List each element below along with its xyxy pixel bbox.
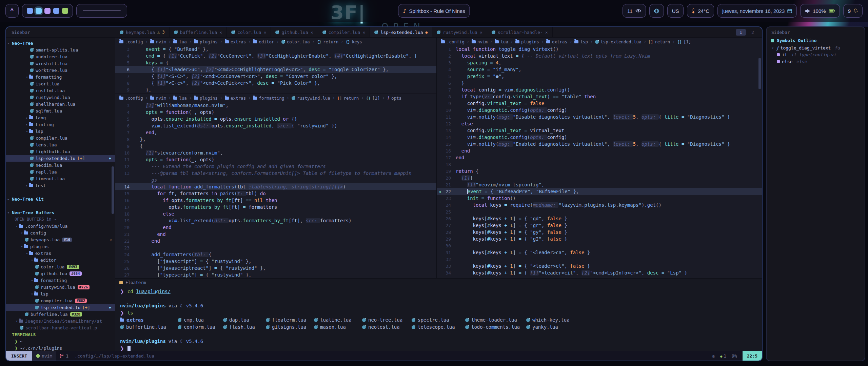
code-line-7[interactable]: 7 local config = vim.diagnostic.config() — [437, 86, 762, 93]
tabpage-2[interactable]: 2 — [748, 29, 758, 36]
tree-item-winshift-lua[interactable]: winshift.lua — [6, 60, 115, 67]
code-line-20[interactable]: 20 end — [115, 224, 436, 231]
breadcrumb-segment[interactable]: nvim — [472, 39, 488, 44]
code-line-33[interactable]: 33 keys[#keys + 1] = { "<leader>cl", fal… — [437, 263, 762, 269]
breadcrumb-segment[interactable]: ƒopts — [387, 96, 401, 101]
code-line-21[interactable]: 21 [1]"neovim/nvim-lspconfig", — [437, 181, 762, 188]
dock-app-icon-1[interactable] — [27, 8, 33, 14]
code-line-34[interactable]: 34 keys[#keys + 1] = { [1]"<leader>cil",… — [437, 269, 762, 276]
tree-item-keymaps-lua[interactable]: keymaps.lua#10⚠ — [6, 236, 115, 243]
audio-battery-widget[interactable]: 100% — [800, 4, 840, 18]
code-line-6[interactable]: 6 vim.list_extend(dst: opts.ensure_insta… — [115, 122, 436, 129]
tree-item-formatting[interactable]: ▾formatting — [6, 277, 115, 284]
breadcrumb-segment[interactable]: plugins — [515, 39, 539, 44]
tree-item-formatting[interactable]: ▾formatting — [6, 74, 115, 80]
dock-app-icon-2[interactable] — [36, 8, 42, 14]
code-line-9[interactable]: 9 { — [115, 143, 436, 149]
code-line-27[interactable]: 27 ["typescript"] = { "rustywind" }, — [115, 271, 436, 278]
keyboard-layout-widget[interactable]: US — [667, 4, 684, 18]
breadcrumb-segment[interactable]: nvim — [150, 96, 166, 101]
code-line-14[interactable]: 14 local function add_formatters(tbl :ta… — [115, 183, 436, 190]
code-line-24[interactable]: 24 add_formatters(tbl: { — [115, 251, 436, 258]
tree-item-linting[interactable]: ▸linting — [6, 121, 115, 128]
scrollbar-handle[interactable] — [758, 58, 761, 89]
close-icon[interactable]: × — [363, 30, 366, 35]
breadcrumb-segment[interactable]: {}[1] — [677, 39, 691, 44]
code-line-22[interactable]: ◆22 event = { "BufReadPre", "BufNewFile"… — [437, 188, 762, 195]
tree-item--c-n-l-plugins[interactable]: ❯~/.c/n/l/plugins#3980 — [6, 345, 115, 351]
code-line-10[interactable]: 10 vim.diagnostic.config(opts: config) — [437, 107, 762, 114]
tree-item-lightbulb-lua[interactable]: lightbulb.lua — [6, 148, 115, 155]
close-icon[interactable]: × — [545, 30, 548, 35]
tree-item-undotree-lua[interactable]: undotree.lua — [6, 53, 115, 60]
code-line-17[interactable]: 17 opts.formatters_by_ft[ft] = formatter… — [115, 204, 436, 210]
code-line-32[interactable]: 32 — [437, 256, 762, 263]
neotree-scrollbar-handle[interactable] — [112, 166, 114, 214]
bar-input[interactable] — [76, 4, 127, 18]
tree-item-github-lua[interactable]: github.lua#654 — [6, 270, 115, 277]
tree-item-scrollbar-handle-vertical-p[interactable]: scrollbar-handle-vertical.p — [6, 324, 115, 331]
code-line-10[interactable]: 10 [1]"stevearc/conform.nvim", — [115, 149, 436, 156]
code-line-19[interactable]: 19 vim.list_extend(dst: opts.formatters_… — [115, 217, 436, 224]
tree-item-lsp-extended-lu[interactable]: lsp-extended.lu[+]● — [6, 304, 115, 311]
code-line-31[interactable]: 31 keys[#keys + 1] = { "<leader>ca", fal… — [437, 249, 762, 256]
media-widget[interactable]: ♪ Spiritbox - Rule Of Nines — [398, 4, 470, 18]
tree-item--config-nvim-lua[interactable]: ▾.config/nvim/lua — [6, 223, 115, 229]
tree-item-lang[interactable]: ▸lang — [6, 114, 115, 121]
tab-keymaps-lua[interactable]: keymaps.lua⚠ 3 — [115, 27, 170, 37]
breadcrumb-segment[interactable]: {}[2] — [366, 96, 380, 101]
code-line-19[interactable]: 19return { — [437, 168, 762, 175]
code-line-5[interactable]: 5 opts.ensure_installed = opts.ensure_in… — [115, 116, 436, 122]
code-line-7[interactable]: 7 end, — [115, 129, 436, 136]
outline-item-if[interactable]: ifif type(config.vi — [767, 51, 865, 58]
code-line-25[interactable]: 25 — [437, 208, 762, 215]
dock-app-icon-5[interactable] — [62, 8, 68, 14]
code-line-3[interactable]: 3 event = { "BufRead" }, — [115, 46, 436, 53]
neotree-section-neo-tree[interactable]: ▾Neo-Tree — [6, 40, 115, 46]
tab-compiler-lua[interactable]: compiler.lua× — [318, 27, 370, 37]
tree-item-compiler-lua[interactable]: compiler.lua#682 — [6, 297, 115, 304]
tree-item-OPEN-BUFFERS-in-[interactable]: OPEN BUFFERS in ~ — [6, 216, 115, 223]
code-line-9[interactable]: 9 config.virtual_text = false — [437, 100, 762, 107]
close-icon[interactable]: × — [480, 30, 482, 35]
code-line-23[interactable]: 23 — [115, 244, 436, 251]
code-line-6[interactable]: 6 } — [437, 80, 762, 86]
tree-item--[interactable]: ❯~#2859 — [6, 338, 115, 345]
code-line-26[interactable]: 26 ["javascriptreact"] = { "rustywind" }… — [115, 265, 436, 271]
tree-item-rustywind-lua[interactable]: rustywind.lua#726 — [6, 284, 115, 290]
code-line-15[interactable]: 15 vim.notify(msg: "Enabled diagnostics … — [437, 141, 762, 147]
tree-item-editor[interactable]: ▾editor — [6, 257, 115, 263]
tree-item-sqlfmt-lua[interactable]: sqlfmt.lua — [6, 107, 115, 114]
terminal-output[interactable]: ❯cdlua/plugins/nvim/lua/pluginsvia☾v5.4.… — [115, 287, 762, 351]
tree-item-lsp-extended-lu[interactable]: lsp-extended.lu[+]● — [6, 155, 115, 162]
code-line-13[interactable]: 13 config.virtual_text = virtual_text — [437, 127, 762, 134]
code-line-28[interactable]: 28 keys[#keys + 1] = { "gy", false } — [437, 229, 762, 236]
code-line-8[interactable]: 8 if type(v: config.virtual_text) == "ta… — [437, 93, 762, 100]
weather-widget[interactable]: 24°C — [687, 4, 714, 18]
tree-item-bufferline-lua[interactable]: bufferline.lua#328 — [6, 311, 115, 318]
tree-item-compiler-lua[interactable]: compiler.lua — [6, 135, 115, 141]
outline-item-else[interactable]: elseelse — [767, 58, 865, 65]
outline-item-toggle_diag_virtext[interactable]: ▾ƒtoggle_diag_virtextfu — [767, 44, 865, 51]
code-line-12[interactable]: 12 else — [437, 120, 762, 127]
code-line-12[interactable]: 12 --- Extend the conform plugin config … — [115, 163, 436, 170]
code-line-22[interactable]: 22 end — [115, 238, 436, 244]
neotree-section-neo-tree-buffers[interactable]: ▾Neo-Tree Buffers — [6, 209, 115, 216]
breadcrumb-segment[interactable]: extras — [225, 96, 246, 101]
code-line-16[interactable]: 16 end — [437, 147, 762, 154]
code-line-9[interactable]: 9 }, — [115, 86, 436, 93]
breadcrumb-segment[interactable]: rustywind.lua — [292, 96, 330, 101]
code-line-8[interactable]: 8 { [1]"<C-c>", [2]"<cmd>CccPick<cr>", d… — [115, 80, 436, 86]
breadcrumb-segment[interactable]: lua — [173, 39, 187, 44]
code-line-5[interactable]: 5 prefix = "●", — [437, 73, 762, 80]
breadcrumb-segment[interactable]: extras — [546, 39, 567, 44]
code-line-13[interactable]: 13 ---@param tbl table<string, conform.F… — [115, 170, 436, 177]
tabpage-1[interactable]: 1 — [736, 29, 746, 36]
breadcrumb-segment[interactable]: .config — [119, 96, 143, 101]
code-line-2[interactable]: 2 local virtual_text = { -- Default virt… — [437, 53, 762, 59]
breadcrumb-segment[interactable]: []return — [649, 39, 670, 44]
tree-item-timeout-lua[interactable]: timeout.lua — [6, 175, 115, 182]
code-line-6[interactable]: 6 { [1]"<leader>uC", [2]"<cmd>CccHighlig… — [115, 66, 436, 73]
breadcrumb-segment[interactable]: []return — [337, 96, 359, 101]
code-line-4[interactable]: 4 cmd = { [1]"CccPick", [2]"CccConvert",… — [115, 53, 436, 59]
